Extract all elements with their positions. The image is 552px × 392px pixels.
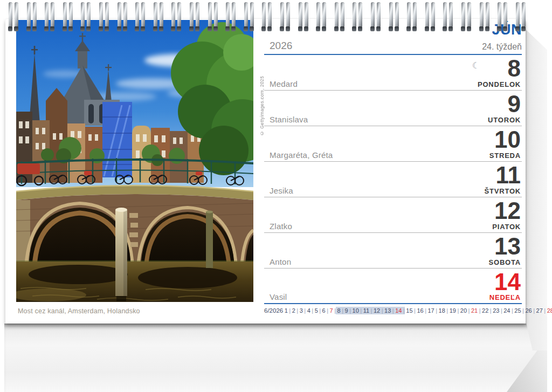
stand-base [4, 324, 546, 392]
nameday-label: Zlatko [270, 222, 292, 231]
day-number: 14 [494, 270, 521, 294]
nameday-label: Anton [270, 257, 291, 266]
wire-loop [516, 2, 527, 32]
weekday-label: PIATOK [492, 223, 521, 231]
mini-day: 3| [298, 307, 306, 314]
mini-day: 24| [502, 307, 513, 314]
weekday-label: SOBOTA [489, 258, 521, 266]
weekday-label: PONDELOK [478, 80, 521, 88]
week-panel: JÚN 2026 24. týždeň ☾ 8 PONDELOK Medard … [264, 23, 522, 315]
mini-day: 10| [351, 307, 362, 314]
mini-day: 28| [546, 307, 552, 314]
wire-binding [0, 0, 552, 32]
year-label: 2026 [270, 40, 292, 52]
mini-day: 17| [426, 307, 437, 314]
nameday-label: Medard [270, 79, 298, 88]
weekday-label: ŠTVRTOK [485, 187, 521, 195]
day-number: 10 [494, 127, 521, 152]
mini-day: 2| [291, 307, 298, 314]
desk-calendar: Most cez kanál, Amsterdam, Holandsko © G… [0, 0, 552, 392]
wire-loop [99, 2, 110, 32]
wire-loop [226, 2, 237, 32]
mini-day: 4| [306, 307, 313, 314]
weekday-label: STREDA [489, 152, 521, 160]
month-overview-strip: 6/2026 1|2|3|4|5|6|7|8|9|10|11|12|13|14|… [264, 306, 522, 315]
wire-loop [244, 2, 255, 32]
mini-day: 22| [481, 307, 492, 314]
mini-day: 18| [437, 307, 448, 314]
day-number: 9 [508, 92, 521, 116]
mini-day: 5| [313, 307, 321, 314]
mini-day: 14| [394, 307, 405, 314]
mini-day: 21| [470, 307, 480, 314]
wire-loop [27, 2, 38, 32]
nameday-label: Jesika [270, 186, 293, 195]
wire-loop [190, 2, 201, 32]
mini-day: 19| [448, 307, 459, 314]
nameday-label: Stanislava [270, 115, 308, 124]
mini-day: 15| [405, 307, 416, 314]
mini-day: 8| [336, 307, 343, 314]
mini-day: 26| [524, 307, 535, 314]
amsterdam-canal-illustration [16, 20, 253, 302]
day-number: 13 [494, 234, 521, 259]
wire-loop [389, 2, 400, 32]
wire-loop [461, 2, 472, 32]
mini-days: 1|2|3|4|5|6|7|8|9|10|11|12|13|14|15|16|1… [283, 307, 552, 314]
mini-day: 27| [535, 307, 546, 314]
day-number: 11 [495, 163, 521, 188]
mini-day: 23| [492, 307, 502, 314]
day-row-friday: 12 PIATOK Zlatko [264, 197, 522, 233]
mini-day: 11| [362, 307, 372, 314]
mini-day: 9| [343, 307, 351, 314]
wire-loop [135, 2, 146, 32]
day-row-tuesday: 9 UTOROK Stanislava [264, 91, 522, 126]
day-row-wednesday: 10 STREDA Margaréta, Gréta [264, 126, 522, 162]
wire-loop [81, 2, 92, 32]
wire-loop [262, 2, 273, 32]
wire-loop [480, 2, 491, 32]
wire-loop [154, 2, 164, 32]
moon-phase-icon: ☾ [472, 60, 480, 71]
day-row-sunday: 14 NEDEĽA Vasil [264, 269, 522, 304]
weekday-label: NEDEĽA [489, 293, 521, 301]
nameday-label: Margaréta, Gréta [270, 150, 333, 160]
day-row-monday: ☾ 8 PONDELOK Medard [264, 55, 522, 91]
wire-loop [443, 2, 454, 32]
month-overview-label: 6/2026 [264, 307, 283, 314]
wire-loop [280, 2, 291, 32]
wire-loop [45, 2, 56, 32]
wire-loop [9, 2, 19, 32]
wire-loop [498, 2, 508, 32]
mini-day: 6| [321, 307, 328, 314]
mini-day: 12| [372, 307, 383, 314]
wire-loop [316, 2, 327, 32]
wire-loop [425, 2, 436, 32]
day-row-saturday: 13 SOBOTA Anton [264, 233, 522, 269]
nameday-label: Vasil [270, 292, 287, 301]
wire-loop [335, 2, 346, 32]
wire-loop [353, 2, 363, 32]
mini-day: 1| [283, 307, 291, 314]
wire-loop [407, 2, 418, 32]
mini-day: 7| [328, 307, 336, 314]
wire-loop [63, 2, 74, 32]
photo-caption: Most cez kanál, Amsterdam, Holandsko [18, 307, 140, 315]
mini-day: 16| [416, 307, 426, 314]
day-number: 8 [508, 56, 521, 81]
calendar-photo [16, 20, 253, 302]
wire-loop [171, 2, 182, 32]
weekday-label: UTOROK [488, 116, 521, 124]
wire-loop [208, 2, 219, 32]
wire-loop [299, 2, 309, 32]
wire-loop [371, 2, 382, 32]
wire-loop [118, 2, 128, 32]
mini-day: 13| [383, 307, 394, 314]
mini-day: 20| [459, 307, 470, 314]
day-row-thursday: 11 ŠTVRTOK Jesika [264, 162, 522, 197]
mini-day: 25| [513, 307, 524, 314]
day-number: 12 [494, 198, 521, 223]
week-number-label: 24. týždeň [482, 42, 522, 52]
